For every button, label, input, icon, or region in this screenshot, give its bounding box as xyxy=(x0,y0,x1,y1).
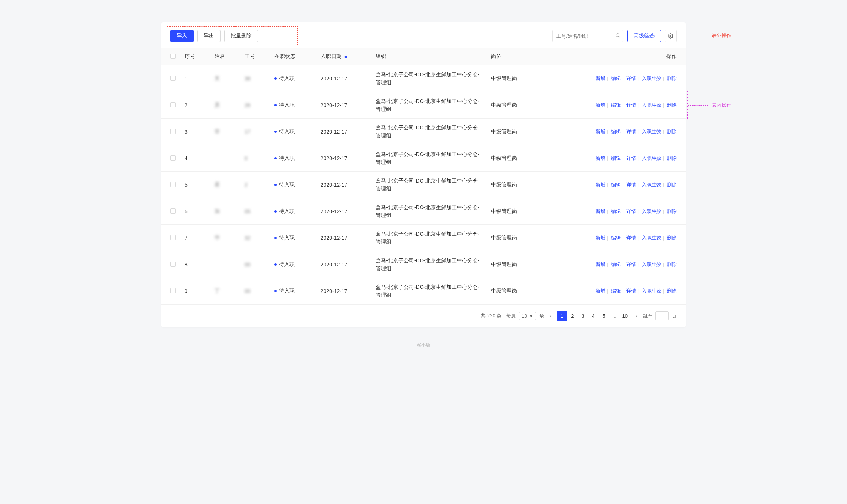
page-prev[interactable] xyxy=(547,313,554,319)
cell-empno: 38 xyxy=(240,65,270,92)
cell-name xyxy=(210,145,240,172)
action-delete[interactable]: 删除 xyxy=(667,155,677,161)
row-checkbox[interactable] xyxy=(170,208,176,214)
col-status: 在职状态 xyxy=(270,48,316,65)
page-number[interactable]: 1 xyxy=(557,311,567,321)
action-delete[interactable]: 删除 xyxy=(667,262,677,267)
page-jump-input[interactable] xyxy=(655,311,669,320)
page-number[interactable]: 4 xyxy=(588,311,599,321)
action-edit[interactable]: 编辑 xyxy=(611,262,621,267)
select-all-checkbox[interactable] xyxy=(170,54,176,59)
action-edit[interactable]: 编辑 xyxy=(611,76,621,81)
row-checkbox[interactable] xyxy=(170,262,176,267)
main-card: 导入 导出 批量删除 高级筛选 xyxy=(161,22,686,327)
action-detail[interactable]: 详情 xyxy=(626,102,636,108)
action-activate[interactable]: 入职生效 xyxy=(642,235,661,241)
action-delete[interactable]: 删除 xyxy=(667,102,677,108)
action-activate[interactable]: 入职生效 xyxy=(642,262,661,267)
page-number[interactable]: 3 xyxy=(578,311,588,321)
page-number[interactable]: 5 xyxy=(599,311,609,321)
action-activate[interactable]: 入职生效 xyxy=(642,288,661,294)
cell-seq: 3 xyxy=(180,119,210,145)
export-button[interactable]: 导出 xyxy=(197,30,221,42)
action-detail[interactable]: 详情 xyxy=(626,129,636,134)
batch-delete-button[interactable]: 批量删除 xyxy=(224,30,258,42)
row-checkbox[interactable] xyxy=(170,288,176,293)
import-button[interactable]: 导入 xyxy=(170,30,194,42)
action-detail[interactable]: 详情 xyxy=(626,235,636,241)
action-delete[interactable]: 删除 xyxy=(667,235,677,241)
action-detail[interactable]: 详情 xyxy=(626,262,636,267)
action-detail[interactable]: 详情 xyxy=(626,155,636,161)
action-edit[interactable]: 编辑 xyxy=(611,129,621,134)
cell-seq: 2 xyxy=(180,92,210,119)
row-checkbox[interactable] xyxy=(170,102,176,107)
action-add[interactable]: 新增 xyxy=(596,288,605,294)
table-row: 5 星 2 待入职 2020-12-17 盒马-北京子公司-DC-北京生鲜加工中… xyxy=(161,172,686,198)
action-activate[interactable]: 入职生效 xyxy=(642,182,661,187)
action-activate[interactable]: 入职生效 xyxy=(642,76,661,81)
chevron-right-icon xyxy=(635,314,638,318)
action-edit[interactable]: 编辑 xyxy=(611,288,621,294)
action-edit[interactable]: 编辑 xyxy=(611,155,621,161)
action-delete[interactable]: 删除 xyxy=(667,76,677,81)
action-activate[interactable]: 入职生效 xyxy=(642,129,661,134)
cell-org: 盒马-北京子公司-DC-北京生鲜加工中心分仓-管理组 xyxy=(371,145,486,172)
annotation-line-rowaction xyxy=(688,105,708,106)
cell-empno: 26 xyxy=(240,92,270,119)
row-checkbox[interactable] xyxy=(170,182,176,187)
action-detail[interactable]: 详情 xyxy=(626,182,636,187)
cell-hiredate: 2020-12-17 xyxy=(316,145,371,172)
action-detail[interactable]: 详情 xyxy=(626,208,636,214)
action-activate[interactable]: 入职生效 xyxy=(642,155,661,161)
action-add[interactable]: 新增 xyxy=(596,129,605,134)
col-hiredate[interactable]: 入职日期 ◆ xyxy=(316,48,371,65)
row-checkbox[interactable] xyxy=(170,76,176,81)
cell-status: 待入职 xyxy=(270,119,316,145)
toolbar-right: 高级筛选 xyxy=(552,30,677,42)
table-row: 9 丁 00 待入职 2020-12-17 盒马-北京子公司-DC-北京生鲜加工… xyxy=(161,278,686,305)
cell-hiredate: 2020-12-17 xyxy=(316,172,371,198)
action-edit[interactable]: 编辑 xyxy=(611,182,621,187)
action-delete[interactable]: 删除 xyxy=(667,182,677,187)
row-checkbox[interactable] xyxy=(170,129,176,134)
settings-button[interactable] xyxy=(665,30,677,42)
action-add[interactable]: 新增 xyxy=(596,182,605,187)
action-delete[interactable]: 删除 xyxy=(667,129,677,134)
cell-actions: 新增| 编辑| 详情| 入职生效| 删除 xyxy=(540,198,686,225)
action-detail[interactable]: 详情 xyxy=(626,76,636,81)
row-checkbox[interactable] xyxy=(170,235,176,240)
cell-empno: 05 xyxy=(240,198,270,225)
action-edit[interactable]: 编辑 xyxy=(611,235,621,241)
action-detail[interactable]: 详情 xyxy=(626,288,636,294)
advanced-filter-button[interactable]: 高级筛选 xyxy=(627,30,661,42)
action-delete[interactable]: 删除 xyxy=(667,288,677,294)
search-wrap xyxy=(552,30,623,42)
col-position: 岗位 xyxy=(486,48,541,65)
page-number[interactable]: 2 xyxy=(567,311,578,321)
action-edit[interactable]: 编辑 xyxy=(611,102,621,108)
total-text: 共 220 条，每页 xyxy=(481,312,516,319)
search-icon xyxy=(615,33,620,39)
cell-actions: 新增| 编辑| 详情| 入职生效| 删除 xyxy=(540,65,686,92)
action-add[interactable]: 新增 xyxy=(596,155,605,161)
action-add[interactable]: 新增 xyxy=(596,102,605,108)
footer-credit: @小鹿 xyxy=(161,342,686,348)
action-activate[interactable]: 入职生效 xyxy=(642,102,661,108)
action-activate[interactable]: 入职生效 xyxy=(642,208,661,214)
row-checkbox[interactable] xyxy=(170,155,176,161)
action-add[interactable]: 新增 xyxy=(596,262,605,267)
action-add[interactable]: 新增 xyxy=(596,235,605,241)
page-next[interactable] xyxy=(633,313,640,319)
cell-position: 中级管理岗 xyxy=(486,172,541,198)
action-add[interactable]: 新增 xyxy=(596,208,605,214)
page-number: ... xyxy=(609,311,620,321)
action-delete[interactable]: 删除 xyxy=(667,208,677,214)
page-size-select[interactable]: 10 ▼ xyxy=(519,312,536,320)
action-add[interactable]: 新增 xyxy=(596,76,605,81)
search-input[interactable] xyxy=(552,30,623,42)
cell-position: 中级管理岗 xyxy=(486,198,541,225)
page-number[interactable]: 10 xyxy=(620,311,630,321)
action-edit[interactable]: 编辑 xyxy=(611,208,621,214)
cell-position: 中级管理岗 xyxy=(486,225,541,251)
